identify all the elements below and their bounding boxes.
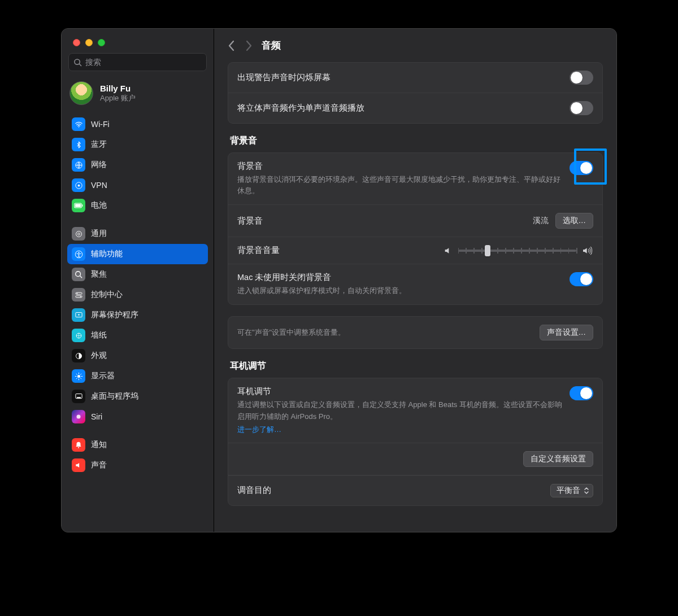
row-label: 出现警告声音时闪烁屏幕 — [237, 72, 563, 83]
svg-point-17 — [80, 296, 81, 297]
row-bg-volume: 背景音音量 — [228, 237, 602, 264]
search-input[interactable] — [85, 58, 202, 67]
sidebar-item-notifications[interactable]: 通知 — [67, 435, 208, 455]
sidebar-item-sound[interactable]: 声音 — [67, 455, 208, 475]
row-description: 进入锁屏或屏幕保护程序模式时，自动关闭背景音。 — [237, 285, 563, 296]
account-name: Billy Fu — [100, 84, 136, 93]
svg-point-22 — [77, 375, 80, 378]
row-mono-audio: 将立体声音频作为单声道音频播放 — [228, 93, 602, 123]
row-label: 背景音音量 — [237, 245, 280, 256]
sidebar-item-label: Wi-Fi — [91, 120, 110, 129]
row-bg-sound-choice: 背景音 溪流 选取… — [228, 205, 602, 237]
section-title-headphone: 耳机调节 — [230, 360, 603, 372]
bluetooth-icon — [72, 138, 85, 151]
svg-point-15 — [76, 292, 77, 294]
sidebar-item-displays[interactable]: 显示器 — [67, 366, 208, 386]
battery-icon — [72, 199, 85, 212]
globe-icon — [72, 158, 85, 172]
minimize-window-button[interactable] — [85, 39, 93, 46]
sidebar-item-label: 电池 — [91, 200, 107, 211]
screensaver-icon — [72, 308, 85, 322]
slider-track[interactable] — [458, 250, 577, 252]
sidebar-item-screensaver[interactable]: 屏幕保护程序 — [67, 305, 208, 325]
sidebar-item-vpn[interactable]: VPN — [67, 175, 208, 195]
vpn-icon — [72, 178, 85, 192]
sidebar-item-spotlight[interactable]: 聚焦 — [67, 264, 208, 285]
sidebar-item-bluetooth[interactable]: 蓝牙 — [67, 134, 208, 155]
svg-point-34 — [78, 447, 79, 448]
headphone-accommodations-toggle[interactable] — [570, 386, 593, 400]
fullscreen-window-button[interactable] — [98, 39, 105, 46]
settings-window: Billy Fu Apple 账户 Wi-Fi 蓝牙 — [61, 28, 617, 532]
slider-thumb[interactable] — [485, 245, 490, 256]
sidebar-item-dock[interactable]: 桌面与程序坞 — [67, 386, 208, 407]
siri-icon — [72, 410, 85, 423]
close-unused-toggle[interactable] — [570, 272, 593, 286]
sidebar-item-general[interactable]: 通用 — [67, 224, 208, 244]
search-field[interactable] — [68, 53, 207, 71]
wifi-icon — [72, 117, 85, 131]
sidebar-nav: Wi-Fi 蓝牙 网络 — [62, 114, 214, 532]
sidebar-item-label: 外观 — [91, 351, 107, 361]
flash-screen-toggle[interactable] — [570, 71, 593, 85]
sidebar-item-wallpaper[interactable]: 墙纸 — [67, 325, 208, 346]
bg-sound-toggle[interactable] — [570, 161, 593, 175]
account-row[interactable]: Billy Fu Apple 账户 — [62, 75, 214, 114]
forward-button[interactable] — [245, 40, 253, 51]
tune-target-select[interactable]: 平衡音 — [550, 484, 593, 497]
learn-more-link[interactable]: 进一步了解… — [237, 425, 563, 435]
volume-low-icon — [444, 246, 453, 255]
svg-point-11 — [78, 252, 79, 253]
spotlight-icon — [72, 268, 85, 281]
sidebar-item-network[interactable]: 网络 — [67, 155, 208, 175]
row-label: 背景音 — [237, 216, 526, 226]
svg-rect-7 — [82, 204, 82, 207]
volume-slider[interactable] — [444, 246, 594, 255]
account-sub: Apple 账户 — [100, 93, 136, 103]
avatar — [69, 81, 93, 105]
svg-line-29 — [76, 378, 77, 378]
section-title-bg: 背景音 — [230, 135, 603, 147]
sidebar-item-wifi[interactable]: Wi-Fi — [67, 114, 208, 134]
row-label: 耳机调节 — [237, 386, 563, 397]
svg-line-30 — [80, 374, 81, 374]
page-title: 音频 — [262, 39, 281, 52]
header: 音频 — [214, 29, 616, 62]
accessibility-icon — [72, 247, 85, 261]
sidebar-item-label: 屏幕保护程序 — [91, 310, 138, 320]
sidebar-item-label: 控制中心 — [91, 290, 123, 300]
sidebar-item-accessibility[interactable]: 辅助功能 — [67, 244, 208, 264]
sidebar-item-label: 通用 — [91, 229, 107, 239]
sidebar-item-battery[interactable]: 电池 — [67, 195, 208, 216]
close-window-button[interactable] — [73, 39, 80, 46]
svg-point-9 — [77, 233, 80, 235]
svg-line-28 — [80, 378, 81, 378]
row-description: 通过调整以下设置或自定义音频设置，自定义受支持 Apple 和 Beats 耳机… — [237, 399, 563, 422]
svg-line-1 — [79, 64, 81, 65]
sidebar-item-label: 桌面与程序坞 — [91, 391, 138, 401]
row-label: 将立体声音频作为单声道音频播放 — [237, 103, 563, 113]
sound-settings-button[interactable]: 声音设置… — [540, 325, 594, 340]
row-label: 背景音 — [237, 161, 563, 172]
sidebar-item-siri[interactable]: Siri — [67, 407, 208, 427]
system-volume-note: 可在"声音"设置中调整系统音量。 — [237, 327, 533, 338]
chevron-up-down-icon — [584, 487, 589, 495]
custom-audio-button[interactable]: 自定义音频设置 — [523, 451, 593, 467]
row-flash-screen: 出现警告声音时闪烁屏幕 — [228, 63, 602, 93]
content: 出现警告声音时闪烁屏幕 将立体声音频作为单声道音频播放 背景音 背景音 播放背景… — [214, 62, 616, 532]
svg-point-4 — [77, 184, 80, 186]
headphone-panel: 耳机调节 通过调整以下设置或自定义音频设置，自定义受支持 Apple 和 Bea… — [228, 378, 603, 505]
row-bg-toggle: 背景音 播放背景音以消弭不必要的环境杂声。这些声音可最大限度地减少干扰，助你更加… — [228, 153, 602, 205]
sidebar-item-control-center[interactable]: 控制中心 — [67, 285, 208, 305]
row-tune-target: 调音目的 平衡音 — [228, 475, 602, 505]
sidebar-item-label: 墙纸 — [91, 330, 107, 340]
mono-audio-toggle[interactable] — [570, 101, 593, 115]
back-button[interactable] — [228, 40, 236, 51]
row-custom-audio: 自定义音频设置 — [228, 443, 602, 475]
dock-icon — [72, 390, 85, 403]
sidebar-item-label: 网络 — [91, 160, 107, 170]
sidebar-item-appearance[interactable]: 外观 — [67, 346, 208, 366]
svg-line-27 — [76, 374, 77, 374]
row-description: 播放背景音以消弭不必要的环境杂声。这些声音可最大限度地减少干扰，助你更加专注、平… — [237, 174, 563, 196]
choose-sound-button[interactable]: 选取… — [555, 213, 594, 229]
